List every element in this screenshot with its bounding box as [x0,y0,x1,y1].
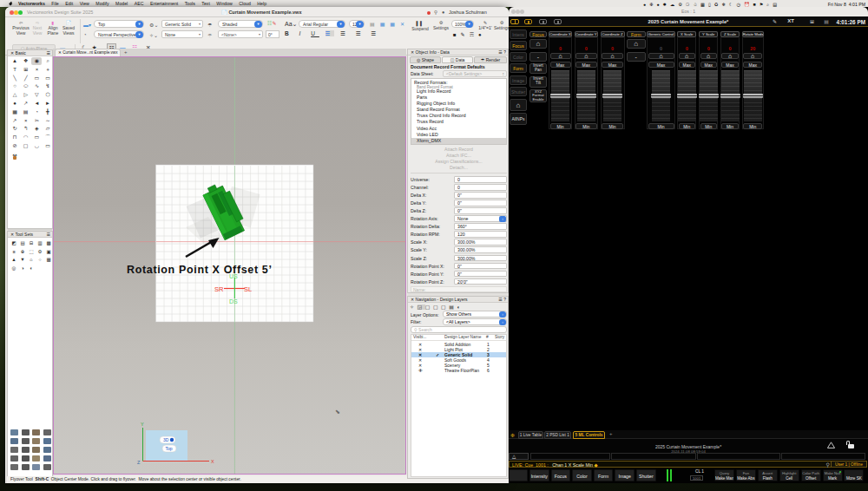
svg-text:Rotation Point X Offset 5’: Rotation Point X Offset 5’ [127,264,273,276]
svg-text:X: X [211,459,214,464]
svg-text:Top: Top [166,446,173,451]
svg-text:SL: SL [244,285,252,293]
svg-text:3D: 3D [163,437,169,442]
svg-text:Y: Y [141,422,144,427]
svg-text:Z: Z [137,460,141,465]
svg-text:DS: DS [229,298,238,304]
svg-text:SR: SR [214,285,224,293]
svg-text:US: US [229,273,238,279]
